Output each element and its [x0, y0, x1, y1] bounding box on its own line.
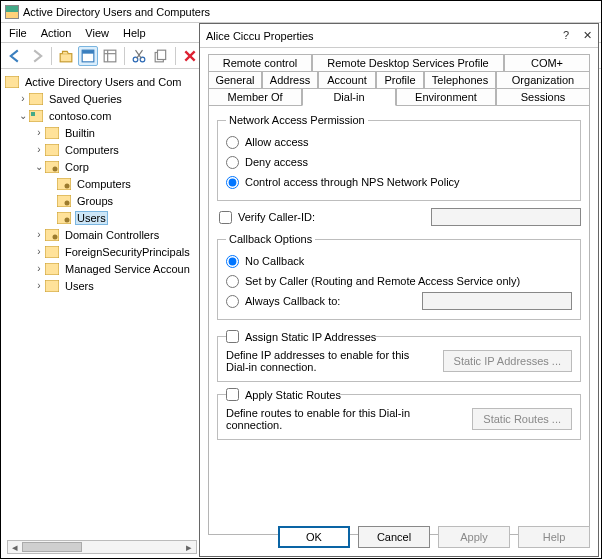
expand-icon[interactable]: ⌄ [17, 110, 29, 121]
radio-allow-access[interactable] [226, 136, 239, 149]
tree-corp[interactable]: ⌄ Corp [5, 158, 201, 175]
folder-icon [45, 144, 59, 156]
svg-rect-31 [45, 263, 59, 275]
scroll-left-icon[interactable]: ◂ [8, 541, 22, 553]
tab-profile[interactable]: Profile [376, 71, 424, 88]
button-static-routes[interactable]: Static Routes ... [472, 408, 572, 430]
label-deny-access: Deny access [245, 156, 308, 168]
input-always-callback[interactable] [422, 292, 572, 310]
tree-corp-users[interactable]: Users [5, 209, 201, 226]
radio-deny-access[interactable] [226, 156, 239, 169]
delete-button[interactable] [180, 46, 200, 66]
up-button[interactable] [56, 46, 76, 66]
group-callback-legend: Callback Options [226, 233, 315, 245]
tab-account[interactable]: Account [318, 71, 376, 88]
tab-general[interactable]: General [208, 71, 262, 88]
collapse-icon[interactable]: › [33, 263, 45, 274]
collapse-icon[interactable]: › [33, 229, 45, 240]
tab-organization[interactable]: Organization [496, 71, 590, 88]
list-button[interactable] [100, 46, 120, 66]
ok-button[interactable]: OK [278, 526, 350, 548]
check-apply-static-routes[interactable] [226, 388, 239, 401]
tree-domain-controllers[interactable]: › Domain Controllers [5, 226, 201, 243]
button-static-ip-addresses[interactable]: Static IP Addresses ... [443, 350, 572, 372]
label-set-by-caller: Set by Caller (Routing and Remote Access… [245, 275, 520, 287]
tab-remote-control[interactable]: Remote control [208, 54, 312, 71]
help-icon[interactable]: ? [563, 29, 569, 42]
tree-domain[interactable]: ⌄ contoso.com [5, 107, 201, 124]
tree-root[interactable]: Active Directory Users and Com [5, 73, 201, 90]
tree-users[interactable]: › Users [5, 277, 201, 294]
desc-static-routes: Define routes to enable for this Dial-in… [226, 407, 426, 431]
tab-environment[interactable]: Environment [396, 88, 496, 105]
tree-hscrollbar[interactable]: ◂ ▸ [7, 540, 197, 554]
svg-rect-30 [45, 246, 59, 258]
menu-help[interactable]: Help [123, 27, 146, 39]
menu-view[interactable]: View [85, 27, 109, 39]
folder-icon [45, 127, 59, 139]
radio-set-by-caller[interactable] [226, 275, 239, 288]
tab-com-plus[interactable]: COM+ [504, 54, 590, 71]
collapse-icon[interactable]: › [33, 280, 45, 291]
scroll-right-icon[interactable]: ▸ [182, 541, 196, 553]
tree-msa[interactable]: › Managed Service Accoun [5, 260, 201, 277]
tree-computers[interactable]: › Computers [5, 141, 201, 158]
input-verify-caller-id[interactable] [431, 208, 581, 226]
tree-builtin[interactable]: › Builtin [5, 124, 201, 141]
tab-telephones[interactable]: Telephones [424, 71, 496, 88]
collapse-icon[interactable]: › [33, 127, 45, 138]
help-button[interactable]: Help [518, 526, 590, 548]
tree-corp-computers[interactable]: Computers [5, 175, 201, 192]
nav-forward-button[interactable] [27, 46, 47, 66]
tree-fsp[interactable]: › ForeignSecurityPrincipals [5, 243, 201, 260]
apply-button[interactable]: Apply [438, 526, 510, 548]
radio-no-callback[interactable] [226, 255, 239, 268]
expand-icon[interactable]: ⌄ [33, 161, 45, 172]
ou-icon [57, 212, 71, 224]
menu-file[interactable]: File [9, 27, 27, 39]
check-verify-caller-id[interactable] [219, 211, 232, 224]
dialog-titlebar: Alice Ciccu Properties ? ✕ [200, 24, 598, 48]
properties-dialog: Alice Ciccu Properties ? ✕ Remote contro… [199, 23, 599, 557]
collapse-icon[interactable]: › [17, 93, 29, 104]
group-static-routes: Apply Static Routes Define routes to ena… [217, 388, 581, 440]
menu-action[interactable]: Action [41, 27, 72, 39]
copy-button[interactable] [151, 46, 171, 66]
tab-dial-in[interactable]: Dial-in [302, 88, 396, 106]
radio-nps-control[interactable] [226, 176, 239, 189]
svg-point-27 [65, 217, 70, 222]
svg-point-25 [65, 200, 70, 205]
svg-rect-28 [45, 229, 59, 241]
tree-corp-groups[interactable]: Groups [5, 192, 201, 209]
svg-rect-26 [57, 212, 71, 224]
nav-back-button[interactable] [5, 46, 25, 66]
close-icon[interactable]: ✕ [583, 29, 592, 42]
radio-always-callback[interactable] [226, 295, 239, 308]
tab-sessions[interactable]: Sessions [496, 88, 590, 105]
svg-point-29 [53, 234, 58, 239]
dialog-title: Alice Ciccu Properties [206, 30, 563, 42]
properties-button[interactable] [78, 46, 98, 66]
collapse-icon[interactable]: › [33, 246, 45, 257]
group-callback-options: Callback Options No Callback Set by Call… [217, 233, 581, 320]
svg-rect-20 [45, 161, 59, 173]
cancel-button[interactable]: Cancel [358, 526, 430, 548]
ou-icon [57, 195, 71, 207]
mmc-titlebar: Active Directory Users and Computers [1, 1, 601, 23]
cut-button[interactable] [129, 46, 149, 66]
collapse-icon[interactable]: › [33, 144, 45, 155]
dialog-button-row: OK Cancel Apply Help [208, 526, 590, 548]
tab-address[interactable]: Address [262, 71, 318, 88]
svg-rect-24 [57, 195, 71, 207]
scroll-thumb[interactable] [22, 542, 82, 552]
domain-icon [29, 110, 43, 122]
group-network-access-legend: Network Access Permission [226, 114, 368, 126]
folder-icon [29, 93, 43, 105]
svg-rect-18 [45, 127, 59, 139]
tab-member-of[interactable]: Member Of [208, 88, 302, 105]
svg-rect-17 [31, 112, 35, 116]
tab-rds-profile[interactable]: Remote Desktop Services Profile [312, 54, 504, 71]
check-assign-static-ip[interactable] [226, 330, 239, 343]
label-assign-static-ip: Assign Static IP Addresses [245, 331, 376, 343]
tree-saved-queries[interactable]: › Saved Queries [5, 90, 201, 107]
